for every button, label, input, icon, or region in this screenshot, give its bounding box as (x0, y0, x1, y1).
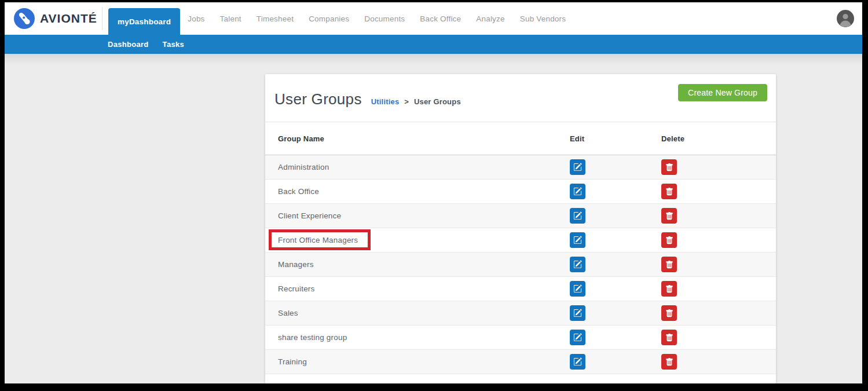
trash-icon (665, 334, 673, 342)
app-window: AVIONTÉ myDashboardJobsTalentTimesheetCo… (5, 2, 862, 383)
edit-square-icon (573, 333, 582, 342)
edit-button[interactable] (570, 330, 585, 345)
trash-icon (665, 261, 673, 269)
table-row: Training (265, 350, 776, 374)
delete-button[interactable] (661, 159, 677, 175)
table-row: Managers (265, 253, 776, 277)
edit-button[interactable] (570, 281, 585, 297)
nav-tab-documents[interactable]: Documents (357, 2, 412, 35)
table-row: Administration (265, 155, 776, 180)
trash-icon (665, 285, 673, 293)
breadcrumb-separator: > (404, 97, 409, 106)
create-new-group-button[interactable]: Create New Group (678, 84, 767, 101)
nav-tab-jobs[interactable]: Jobs (180, 2, 212, 35)
delete-button[interactable] (661, 232, 677, 248)
table-row: Back Office (265, 180, 776, 204)
nav-tab-talent[interactable]: Talent (213, 2, 249, 35)
delete-button[interactable] (661, 305, 677, 321)
primary-nav: myDashboardJobsTalentTimesheetCompaniesD… (108, 2, 837, 35)
user-avatar[interactable] (837, 10, 854, 27)
edit-square-icon (573, 163, 582, 171)
edit-button[interactable] (570, 208, 585, 224)
edit-button[interactable] (570, 305, 585, 321)
trash-icon (665, 212, 673, 220)
breadcrumb-current: User Groups (414, 97, 461, 106)
table-body: Administration Back Office (265, 155, 776, 374)
nav-tab-analyze[interactable]: Analyze (468, 2, 512, 35)
trash-icon (665, 188, 673, 196)
column-header-group-name: Group Name (265, 134, 570, 143)
delete-button[interactable] (661, 208, 677, 224)
secondary-nav: DashboardTasks (5, 35, 862, 54)
page-title: User Groups (274, 90, 362, 108)
brand-wordmark: AVIONTÉ (40, 12, 97, 25)
group-name: Front Office Managers (265, 236, 358, 244)
nav-tab-sub-vendors[interactable]: Sub Vendors (512, 2, 574, 35)
column-header-edit: Edit (570, 134, 661, 143)
edit-square-icon (573, 260, 582, 269)
edit-square-icon (573, 211, 582, 220)
brand: AVIONTÉ (5, 2, 102, 35)
nav-tab-timesheet[interactable]: Timesheet (249, 2, 301, 35)
top-header: AVIONTÉ myDashboardJobsTalentTimesheetCo… (5, 2, 862, 35)
trash-icon (665, 163, 673, 171)
group-name: Back Office (265, 187, 319, 196)
delete-button[interactable] (661, 184, 677, 199)
edit-square-icon (573, 284, 582, 293)
card-header: User Groups Utilities > User Groups Crea… (265, 74, 776, 122)
trash-icon (665, 236, 673, 244)
column-header-delete: Delete (661, 134, 776, 143)
edit-square-icon (573, 187, 582, 196)
group-name: share testing group (265, 333, 347, 342)
edit-button[interactable] (570, 232, 585, 248)
group-name: Sales (265, 309, 298, 317)
edit-square-icon (573, 236, 582, 244)
delete-button[interactable] (661, 330, 677, 345)
table-row: Sales (265, 301, 776, 326)
edit-square-icon (573, 357, 582, 366)
table-row: share testing group (265, 326, 776, 350)
nav-tab-companies[interactable]: Companies (301, 2, 357, 35)
nav-tab-mydashboard[interactable]: myDashboard (108, 8, 180, 35)
user-groups-card: User Groups Utilities > User Groups Crea… (265, 74, 776, 383)
edit-button[interactable] (570, 184, 585, 199)
breadcrumb-link-utilities[interactable]: Utilities (371, 97, 400, 106)
header-divider (102, 7, 102, 30)
delete-button[interactable] (661, 257, 677, 272)
page-body: User Groups Utilities > User Groups Crea… (5, 54, 862, 383)
edit-button[interactable] (570, 257, 585, 272)
group-name: Administration (265, 163, 329, 171)
table-row: Front Office Managers (265, 228, 776, 253)
table-header-row: Group Name Edit Delete (265, 122, 776, 155)
avionte-logo-icon (14, 8, 35, 29)
edit-button[interactable] (570, 159, 585, 175)
trash-icon (665, 309, 673, 317)
group-name: Training (265, 357, 307, 366)
subnav-item-dashboard[interactable]: Dashboard (108, 40, 149, 49)
edit-button[interactable] (570, 354, 585, 370)
group-name: Recruiters (265, 284, 315, 293)
edit-square-icon (573, 309, 582, 317)
group-name: Client Experience (265, 211, 341, 220)
delete-button[interactable] (661, 354, 677, 370)
delete-button[interactable] (661, 281, 677, 297)
table-row: Recruiters (265, 277, 776, 301)
trash-icon (665, 358, 673, 366)
subnav-item-tasks[interactable]: Tasks (163, 40, 184, 49)
table-row: Client Experience (265, 204, 776, 228)
user-groups-table: Group Name Edit Delete Administration (265, 122, 776, 374)
nav-tab-back-office[interactable]: Back Office (412, 2, 468, 35)
group-name: Managers (265, 260, 314, 269)
breadcrumb: Utilities > User Groups (371, 97, 461, 106)
